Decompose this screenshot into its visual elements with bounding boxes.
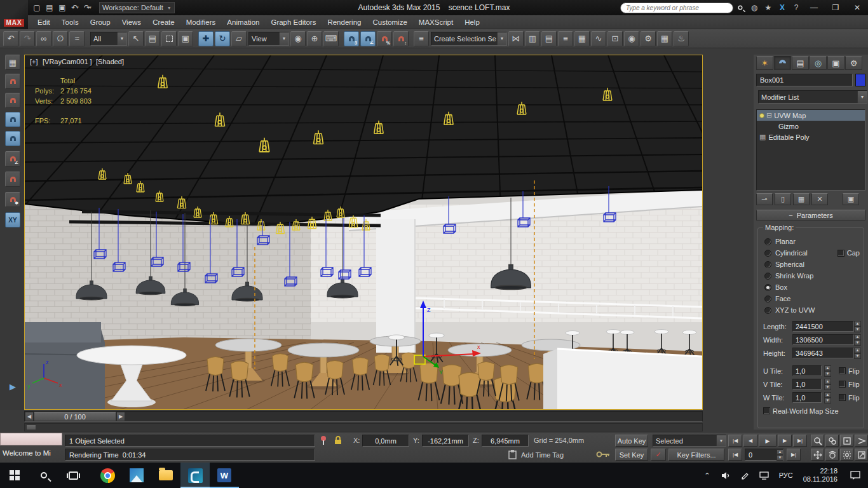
new-scene-button[interactable]: ▢ (31, 2, 43, 13)
tab-display[interactable]: ▣ (827, 56, 844, 70)
named-selection-dropdown[interactable]: Create Selection Se▼ (431, 32, 507, 46)
select-and-manipulate-button[interactable]: ⊕ (307, 31, 322, 46)
length-spin-down[interactable]: ▼ (854, 327, 861, 332)
pan-view-icon[interactable] (811, 449, 824, 461)
angle-snap-button[interactable]: ∠ (360, 31, 376, 46)
mapping-option-box[interactable]: Box (758, 281, 864, 293)
mapping-option-spherical[interactable]: Spherical (758, 259, 864, 270)
bar-counter[interactable] (543, 349, 702, 409)
u-tile-field[interactable]: 1,0 (792, 365, 822, 376)
mapping-option-xyz-to-uvw[interactable]: XYZ to UVW (758, 304, 864, 316)
chrome-icon[interactable] (93, 463, 122, 488)
pin-stack-button[interactable]: ⊸ (756, 193, 773, 205)
object-color-swatch[interactable] (855, 74, 865, 86)
current-frame-field[interactable]: 0 ▲▼ (745, 449, 784, 461)
word-taskbar-icon[interactable]: W (210, 463, 239, 488)
photos-icon[interactable] (122, 463, 151, 488)
keyboard-override-button[interactable]: ⌨ (323, 31, 339, 46)
set-key-button[interactable]: Set Key (615, 449, 648, 461)
mapping-option-planar[interactable]: Planar (758, 236, 864, 247)
height-spin-up[interactable]: ▲ (854, 348, 861, 353)
w-tile-field[interactable]: 1,0 (792, 392, 822, 403)
sofa[interactable] (25, 322, 105, 409)
stack-item-editable-poly[interactable]: ▦ Editable Poly (757, 132, 865, 142)
material-editor-button[interactable]: ◉ (624, 31, 639, 46)
render-production-button[interactable]: ♨ (674, 31, 689, 46)
key-mode-dropdown[interactable]: Selected▼ (653, 435, 726, 447)
modifier-list-dropdown[interactable]: Modifier List▼ (758, 90, 867, 104)
menu-rendering[interactable]: Rendering (322, 15, 367, 29)
rendered-frame-window-button[interactable]: ▦ (657, 31, 672, 46)
exchange-apps-icon[interactable]: X (775, 2, 789, 13)
object-name-field[interactable]: Box001 (756, 74, 853, 86)
u-tile-spin-up[interactable]: ▲ (824, 365, 831, 371)
width-spin-down[interactable]: ▼ (854, 340, 861, 346)
select-and-move-button[interactable]: ✚ (198, 31, 214, 46)
tab-motion[interactable]: ◎ (810, 56, 827, 70)
length-spin-up[interactable]: ▲ (854, 321, 861, 327)
play-animation-button[interactable]: ▶ (759, 435, 776, 447)
menu-help[interactable]: Help (459, 15, 485, 29)
edit-named-selections-button[interactable]: ≡ (414, 31, 429, 46)
frame-spin-down[interactable]: ▼ (776, 455, 783, 461)
length-field[interactable]: 2441500 (792, 321, 854, 332)
viewport[interactable]: Z x Y z x y [+] [VRayCam001 ] [Shaded] T… (24, 55, 703, 410)
next-frame-playback-button[interactable]: ▶ (778, 435, 792, 447)
add-time-tag[interactable]: Add Time Tag (521, 451, 564, 459)
toggle-scene-explorer-button[interactable]: ▤ (541, 31, 557, 46)
key-mode-toggle-button[interactable]: |◀ (728, 449, 742, 461)
menu-tools[interactable]: Tools (56, 15, 85, 29)
zoom-region-icon[interactable] (840, 449, 853, 461)
app-logo[interactable]: MAX (0, 0, 28, 29)
v-tile-field[interactable]: 1,0 (792, 379, 822, 390)
coord-y-field[interactable]: -162,21mm (422, 435, 469, 447)
field-of-view-icon[interactable] (855, 435, 868, 447)
search-input[interactable] (620, 3, 733, 13)
width-field[interactable]: 1306500 (792, 334, 854, 345)
menu-edit[interactable]: Edit (32, 15, 56, 29)
menu-group[interactable]: Group (85, 15, 116, 29)
graphite-ribbon-button[interactable]: ▦ (574, 31, 590, 46)
next-key-button[interactable]: ▶| (787, 449, 801, 461)
viewport-canvas[interactable]: Z x Y z x y [+] [VRayCam001 ] [Shaded] T… (25, 55, 702, 409)
percent-snap-button[interactable]: % (377, 31, 392, 46)
clock[interactable]: 22:18 08.11.2016 (798, 467, 843, 484)
communication-center-icon[interactable]: ◍ (747, 2, 761, 13)
snap-toggle-button[interactable]: 3 (344, 31, 359, 46)
previous-frame-button[interactable]: ◀ (25, 412, 34, 421)
modifier-enabled-icon[interactable] (759, 113, 764, 118)
w-tile-spin-up[interactable]: ▲ (824, 392, 831, 398)
restrict-xy-plane-button[interactable]: XY (5, 212, 20, 227)
mapping-option-cylindrical[interactable]: Cylindrical Cap (758, 247, 864, 259)
remove-modifier-button[interactable]: ✕ (811, 193, 828, 205)
search-icon[interactable] (733, 2, 747, 13)
minimize-button[interactable]: — (803, 1, 825, 14)
close-button[interactable]: ✕ (846, 1, 868, 14)
open-file-button[interactable]: ▤ (43, 2, 56, 13)
w-flip-checkbox[interactable] (839, 394, 846, 401)
language-indicator[interactable]: РУС (774, 471, 798, 479)
selection-filter-dropdown[interactable]: All▼ (90, 32, 127, 46)
viewport-menu-pov[interactable]: [VRayCam001 ] (43, 58, 92, 65)
orbit-view-icon[interactable] (825, 449, 839, 461)
real-world-checkbox[interactable] (763, 407, 770, 414)
expand-toolbar-chevron[interactable]: ▶ (5, 379, 20, 394)
go-to-end-button[interactable]: ▶| (793, 435, 807, 447)
align-button[interactable]: ▥ (525, 31, 540, 46)
isolate-selection-icon[interactable] (320, 435, 327, 447)
pen-input-icon[interactable] (736, 471, 755, 480)
u-flip-checkbox[interactable] (839, 367, 846, 374)
notification-center-icon[interactable] (843, 471, 868, 480)
mapping-option-face[interactable]: Face (758, 293, 864, 304)
select-and-scale-button[interactable]: ▱ (231, 31, 247, 46)
zoom-icon[interactable] (811, 435, 824, 447)
tab-utilities[interactable]: ⚙ (845, 56, 862, 70)
make-unique-button[interactable]: ▦ (793, 193, 810, 205)
redo-button[interactable]: ↷ (20, 31, 35, 46)
go-to-start-button[interactable]: |◀ (728, 435, 742, 447)
menu-create[interactable]: Create (147, 15, 180, 29)
menu-animation[interactable]: Animation (221, 15, 265, 29)
auto-key-button[interactable]: Auto Key (615, 435, 648, 447)
workspace-dropdown[interactable]: Workspace: Default▼ (99, 2, 175, 13)
network-icon[interactable] (755, 471, 774, 480)
